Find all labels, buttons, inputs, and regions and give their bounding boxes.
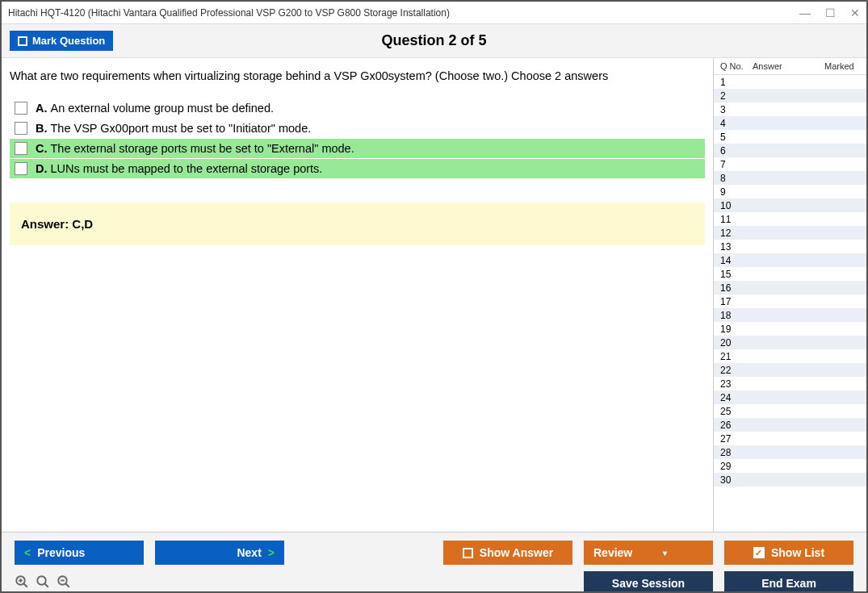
row-qno: 10 [715,200,748,211]
row-qno: 30 [715,474,748,486]
list-item[interactable]: 19 [714,322,866,336]
save-session-button[interactable]: Save Session [584,571,713,593]
list-item[interactable]: 30 [714,473,866,487]
button-row-1: < Previous Next > Show Answer Review ▾ ✓… [15,541,853,565]
close-icon[interactable]: ✕ [850,6,860,19]
row-qno: 21 [715,351,748,362]
row-qno: 7 [715,159,748,170]
titlebar: Hitachi HQT-4120 (Hitachi Vantara Qualif… [2,2,866,24]
choice-row[interactable]: B. The VSP Gx00port must be set to "Init… [10,119,705,138]
list-item[interactable]: 11 [714,212,866,226]
list-item[interactable]: 26 [714,418,866,432]
previous-label: Previous [37,546,85,559]
review-button[interactable]: Review ▾ [584,541,713,565]
list-item[interactable]: 23 [714,377,866,390]
mark-question-label: Mark Question [32,35,105,47]
svg-line-5 [44,583,48,587]
show-answer-button[interactable]: Show Answer [443,541,572,565]
choices-list: A. An external volume group must be defi… [10,98,705,178]
answer-box: Answer: C,D [10,203,705,245]
list-item[interactable]: 29 [714,459,866,473]
checkbox-icon [18,36,27,46]
choice-checkbox[interactable] [15,142,27,155]
end-exam-label: End Exam [761,577,816,590]
row-qno: 26 [715,420,748,431]
list-item[interactable]: 10 [714,198,866,212]
checkbox-icon [463,548,473,558]
list-item[interactable]: 21 [714,349,866,363]
zoom-in-icon[interactable] [15,574,29,593]
col-answer: Answer [748,61,824,71]
next-button[interactable]: Next > [155,541,284,565]
choice-checkbox[interactable] [15,102,27,115]
row-qno: 28 [715,447,748,458]
list-item[interactable]: 9 [714,185,866,198]
list-item[interactable]: 25 [714,404,866,418]
row-qno: 23 [715,378,748,390]
list-item[interactable]: 13 [714,240,866,253]
maximize-icon[interactable]: ☐ [825,6,836,19]
list-item[interactable]: 16 [714,281,866,294]
choice-checkbox[interactable] [15,162,27,175]
row-qno: 2 [715,90,748,102]
row-qno: 1 [715,77,748,88]
previous-button[interactable]: < Previous [15,541,144,565]
list-item[interactable]: 12 [714,226,866,240]
bottom-bar: < Previous Next > Show Answer Review ▾ ✓… [2,532,866,593]
svg-point-4 [37,576,46,585]
list-item[interactable]: 1 [714,75,866,89]
list-item[interactable]: 2 [714,89,866,102]
list-item[interactable]: 7 [714,157,866,171]
list-item[interactable]: 6 [714,144,866,157]
row-qno: 22 [715,365,748,376]
row-qno: 8 [715,173,748,184]
review-label: Review [593,546,632,559]
list-item[interactable]: 18 [714,308,866,322]
row-qno: 15 [715,269,748,280]
question-text: What are two requirements when virtualiz… [10,69,705,82]
choice-row[interactable]: D. LUNs must be mapped to the external s… [10,159,705,178]
next-label: Next [237,546,261,559]
list-item[interactable]: 4 [714,116,866,130]
zoom-out-icon[interactable] [57,574,71,593]
choice-checkbox[interactable] [15,122,27,135]
list-item[interactable]: 20 [714,336,866,349]
row-qno: 17 [715,296,748,307]
row-qno: 25 [715,406,748,417]
row-qno: 6 [715,145,748,157]
choice-row[interactable]: A. An external volume group must be defi… [10,98,705,118]
zoom-controls [15,574,71,593]
row-qno: 12 [715,228,748,239]
col-marked: Marked [824,61,865,71]
list-item[interactable]: 27 [714,432,866,445]
mark-question-button[interactable]: Mark Question [10,31,113,51]
list-item[interactable]: 28 [714,445,866,459]
list-item[interactable]: 14 [714,253,866,267]
list-item[interactable]: 15 [714,267,866,281]
row-qno: 14 [715,255,748,266]
choice-text: An external volume group must be defined… [51,102,274,115]
button-row-2: Save Session End Exam [15,571,853,593]
row-qno: 16 [715,282,748,294]
show-list-label: Show List [771,546,824,559]
show-list-button[interactable]: ✓ Show List [724,541,853,565]
row-qno: 4 [715,118,748,129]
list-item[interactable]: 8 [714,171,866,185]
zoom-reset-icon[interactable] [36,574,50,593]
list-item[interactable]: 5 [714,130,866,144]
row-qno: 3 [715,104,748,115]
list-item[interactable]: 3 [714,102,866,116]
svg-line-7 [65,583,69,587]
choice-letter: B. [36,122,48,135]
row-qno: 11 [715,214,748,225]
question-list[interactable]: 1234567891011121314151617181920212223242… [714,75,866,532]
list-item[interactable]: 22 [714,363,866,377]
list-item[interactable]: 17 [714,294,866,308]
minimize-icon[interactable]: — [799,6,811,19]
choice-row[interactable]: C. The external storage ports must be se… [10,139,705,158]
row-qno: 27 [715,433,748,445]
list-item[interactable]: 24 [714,390,866,404]
end-exam-button[interactable]: End Exam [724,571,853,593]
choice-text: LUNs must be mapped to the external stor… [51,162,323,175]
chevron-left-icon: < [24,546,31,559]
